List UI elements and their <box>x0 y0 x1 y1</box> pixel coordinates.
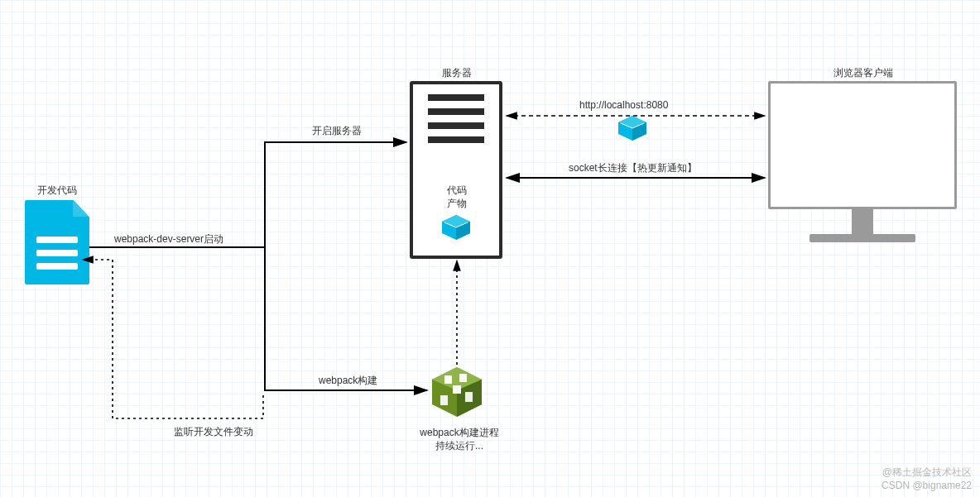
svg-rect-15 <box>440 395 448 405</box>
box-icon-artifact <box>442 215 470 240</box>
svg-rect-13 <box>444 375 452 384</box>
edge-http-url: http://localhost:8080 <box>579 99 668 111</box>
server-title: 服务器 <box>424 66 490 80</box>
edge-socket-link: socket长连接【热更新通知】 <box>569 161 697 175</box>
webpack-cube-icon <box>432 367 482 421</box>
edge-watch-files: 监听开发文件变动 <box>174 425 253 439</box>
edge-webpack-build: webpack构建 <box>319 374 377 388</box>
svg-rect-16 <box>465 392 473 402</box>
dev-code-title: 开发代码 <box>22 184 93 198</box>
edge-dev-server-start: webpack-dev-server启动 <box>114 232 223 246</box>
monitor-icon <box>768 81 957 251</box>
browser-title: 浏览器客户端 <box>826 66 901 80</box>
code-artifact-label: 代码 产物 <box>439 184 475 210</box>
watermark-line2: CSDN @bigname22 <box>882 479 972 492</box>
file-icon <box>25 200 89 284</box>
svg-rect-14 <box>459 374 467 382</box>
svg-rect-17 <box>453 385 461 394</box>
watermark: @稀土掘金技术社区 CSDN @bigname22 <box>882 466 972 492</box>
watermark-line1: @稀土掘金技术社区 <box>882 466 972 479</box>
box-icon-transfer <box>618 116 646 141</box>
diagram-canvas: 开发代码 服务器 代码 产物 浏览器客户端 <box>0 0 980 497</box>
webpack-process-label: webpack构建进程 持续运行... <box>414 427 505 452</box>
edge-start-server: 开启服务器 <box>312 124 362 138</box>
